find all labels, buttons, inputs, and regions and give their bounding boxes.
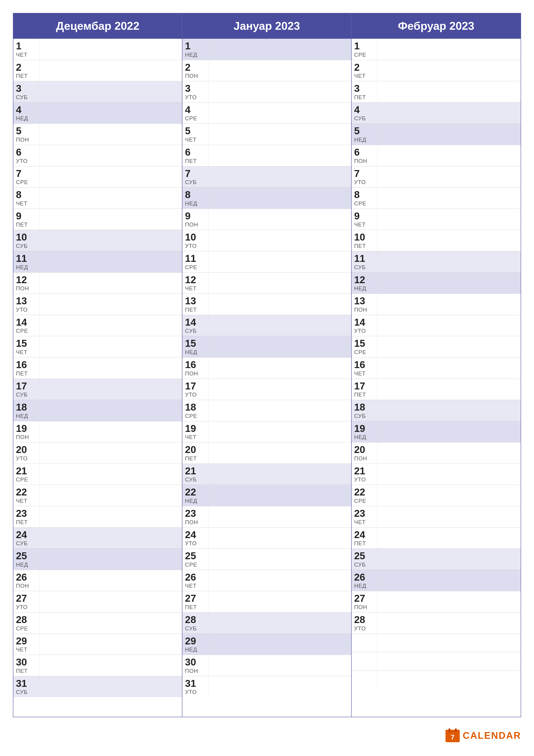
day-number: 31 [185, 678, 206, 689]
day-number: 28 [16, 614, 37, 625]
day-name: СРЕ [354, 200, 375, 207]
day-name: ЧЕТ [16, 349, 37, 356]
day-name: ПОН [185, 370, 206, 377]
logo-text: CALENDAR [463, 730, 521, 741]
day-number: 2 [185, 62, 206, 73]
day-content [39, 336, 182, 357]
day-row: 26ЧЕТ [182, 570, 351, 591]
day-row: 18СРЕ [182, 400, 351, 421]
bottom-area: 7 CALENDAR [13, 717, 521, 743]
day-row: 11НЕД [13, 251, 182, 273]
day-number: 16 [354, 359, 375, 370]
day-name: ЧЕТ [16, 200, 37, 207]
day-content [39, 103, 182, 124]
day-row: 18НЕД [13, 400, 182, 421]
day-content [377, 358, 521, 379]
day-content [39, 379, 182, 400]
day-content [208, 485, 351, 506]
svg-rect-4 [448, 728, 450, 732]
day-content [208, 39, 351, 60]
day-content [208, 379, 351, 400]
day-name: СРЕ [16, 179, 37, 186]
day-row: 13ПЕТ [182, 294, 351, 315]
day-name: УТО [354, 476, 375, 483]
day-content [39, 124, 182, 145]
day-number-cell: 25НЕД [13, 549, 39, 570]
day-number-cell: 17ПЕТ [352, 379, 377, 400]
day-content [39, 591, 182, 612]
day-row: 19НЕД [352, 421, 521, 443]
day-number-cell: 17СУБ [13, 379, 39, 400]
day-content [39, 464, 182, 485]
day-number-cell: 5ПОН [13, 124, 39, 145]
day-name: ПЕТ [354, 94, 375, 101]
day-name: ЧЕТ [354, 221, 375, 228]
day-number-cell: 24СУБ [13, 527, 39, 549]
day-content [39, 294, 182, 315]
day-row: 2ЧЕТ [352, 60, 521, 81]
day-content [208, 634, 351, 655]
day-number-cell: 22ЧЕТ [13, 485, 39, 506]
day-content [39, 39, 182, 60]
day-name: НЕД [16, 561, 37, 568]
day-number-cell: 7УТО [352, 166, 377, 187]
day-number: 1 [185, 40, 206, 51]
day-number: 13 [354, 295, 375, 307]
day-number-cell: 22СРЕ [352, 485, 377, 506]
day-number: 5 [185, 125, 206, 136]
svg-text:7: 7 [451, 733, 455, 741]
day-number: 8 [354, 189, 375, 200]
day-content [377, 527, 521, 549]
day-number: 17 [185, 381, 206, 392]
day-number-cell: 10ПЕТ [352, 230, 377, 251]
day-content [377, 251, 521, 272]
day-number-cell: 13УТО [13, 294, 39, 315]
day-number: 11 [16, 253, 37, 264]
day-content [208, 251, 351, 272]
day-name: ЧЕТ [354, 370, 375, 377]
day-name: ПЕТ [16, 221, 37, 228]
day-content [208, 124, 351, 145]
day-number: 9 [185, 210, 206, 222]
day-number: 18 [185, 402, 206, 413]
day-row: 9ЧЕТ [352, 209, 521, 230]
day-number: 15 [185, 338, 206, 349]
day-row: 4СРЕ [182, 103, 351, 124]
day-number: 1 [354, 40, 375, 51]
day-row: 11СУБ [352, 251, 521, 273]
day-number-cell: 23ПЕТ [13, 506, 39, 527]
calendar-wrapper: Децембар 20221ЧЕТ2ПЕТ3СУБ4НЕД5ПОН6УТО7СР… [13, 13, 521, 717]
day-content [208, 676, 351, 697]
day-content [377, 273, 521, 294]
day-name: СУБ [16, 540, 37, 547]
day-row: 4СУБ [352, 103, 521, 124]
day-number: 6 [185, 147, 206, 158]
day-number-cell: 6ПЕТ [182, 145, 208, 166]
day-content [39, 315, 182, 336]
day-number: 9 [354, 210, 375, 222]
day-name: ПЕТ [16, 370, 37, 377]
day-number-cell: 6ПОН [352, 145, 377, 166]
day-name: СРЕ [354, 51, 375, 58]
day-row: 21СРЕ [13, 464, 182, 485]
day-name: СУБ [185, 625, 206, 632]
day-number-cell: 1ЧЕТ [13, 39, 39, 60]
empty-day-content [377, 652, 521, 670]
day-number-cell: 19ЧЕТ [182, 421, 208, 443]
day-row: 29НЕД [182, 634, 351, 655]
day-content [377, 379, 521, 400]
day-number-cell: 16ПЕТ [13, 358, 39, 379]
day-name: ПЕТ [16, 73, 37, 79]
day-row: 17УТО [182, 379, 351, 400]
day-name: СРЕ [354, 349, 375, 356]
day-name: СРЕ [16, 328, 37, 334]
day-content [377, 443, 521, 464]
day-name: ПЕТ [185, 307, 206, 313]
day-number: 8 [185, 189, 206, 200]
day-row: 23ПЕТ [13, 506, 182, 527]
day-name: СРЕ [185, 264, 206, 271]
day-number: 14 [16, 317, 37, 328]
day-row [352, 634, 521, 652]
day-number: 5 [16, 125, 37, 136]
day-name: СРЕ [185, 115, 206, 122]
